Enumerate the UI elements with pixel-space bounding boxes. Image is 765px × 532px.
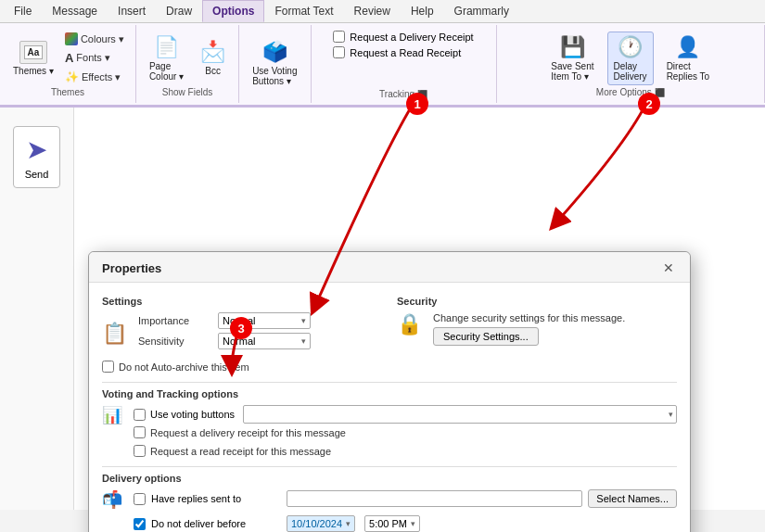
dialog-titlebar: Properties ✕ (89, 252, 690, 283)
security-icon: 🔒 (397, 312, 422, 336)
voting-section-label: Voting and Tracking options (102, 388, 677, 399)
sensitivity-label: Sensitivity (138, 336, 210, 347)
delay-delivery-icon: 🕐 (618, 35, 643, 59)
direct-replies-button[interactable]: 👤 DirectReplies To (661, 32, 716, 84)
tab-insert[interactable]: Insert (108, 0, 156, 22)
select-names-button[interactable]: Select Names... (588, 489, 677, 508)
dialog-close-button[interactable]: ✕ (658, 260, 679, 276)
do-not-deliver-label: Do not deliver before (151, 518, 281, 529)
dialog-body: Settings 📋 Importance Normal ▾ (89, 283, 690, 532)
effects-button[interactable]: ✨ Effects ▾ (61, 69, 128, 85)
page-colour-icon: 📄 (154, 35, 179, 59)
time-chevron: ▾ (411, 519, 415, 528)
direct-replies-label: DirectReplies To (667, 61, 710, 82)
tracking-label: Tracking ⬛ (379, 89, 427, 101)
show-fields-label: Show Fields (162, 87, 212, 99)
delivery-receipt-item: Request a Delivery Receipt (333, 31, 473, 43)
voting-input[interactable]: ▾ (243, 405, 677, 424)
do-not-deliver-date-select[interactable]: 10/10/2024 ▾ (287, 515, 355, 532)
do-not-deliver-date: 10/10/2024 (291, 518, 342, 529)
importance-select[interactable]: Normal ▾ (218, 312, 311, 329)
do-not-archive-checkbox[interactable] (102, 361, 114, 373)
read-receipt-label: Request a Read Receipt (350, 47, 461, 58)
colours-icon (65, 32, 78, 45)
more-options-label: More Options ⬛ (596, 87, 665, 99)
tab-options[interactable]: Options (202, 0, 264, 22)
tab-message[interactable]: Message (42, 0, 108, 22)
settings-label: Settings (102, 296, 382, 307)
sensitivity-value: Normal (223, 336, 255, 347)
themes-button[interactable]: Aa Themes ▾ (7, 38, 59, 79)
do-not-deliver-row: Do not deliver before 10/10/2024 ▾ 5:00 … (134, 515, 677, 532)
delay-delivery-label: DelayDelivery (614, 61, 647, 82)
bcc-icon: 📩 (200, 40, 225, 64)
have-replies-row: Have replies sent to Select Names... (134, 489, 677, 508)
security-settings-button[interactable]: Security Settings... (433, 327, 539, 346)
direct-replies-icon: 👤 (675, 35, 700, 59)
dialog-title: Properties (102, 261, 161, 275)
request-delivery-row: Request a delivery receipt for this mess… (134, 426, 677, 438)
use-voting-button[interactable]: 🗳️ Use VotingButtons ▾ (247, 37, 302, 89)
fonts-icon: A (65, 51, 73, 65)
themes-button-label: Themes ▾ (13, 66, 54, 76)
page-colour-button[interactable]: 📄 PageColour ▾ (144, 32, 189, 84)
security-text: Change security settings for this messag… (433, 312, 625, 323)
colours-label: Colours ▾ (81, 33, 124, 45)
do-not-deliver-time: 5:00 PM (369, 518, 407, 529)
tab-review[interactable]: Review (344, 0, 401, 22)
security-column: Security 🔒 Change security settings for … (397, 292, 677, 376)
importance-value: Normal (223, 315, 255, 326)
request-delivery-label: Request a delivery receipt for this mess… (150, 427, 346, 438)
page-colour-label: PageColour ▾ (149, 61, 184, 82)
settings-column: Settings 📋 Importance Normal ▾ (102, 292, 382, 376)
use-voting-checkbox[interactable] (134, 409, 146, 421)
dialog-overlay: Properties ✕ Settings 📋 Importance (0, 108, 765, 510)
importance-label: Importance (138, 315, 210, 326)
tab-help[interactable]: Help (401, 0, 444, 22)
request-delivery-checkbox[interactable] (134, 426, 146, 438)
delivery-receipt-label: Request a Delivery Receipt (350, 32, 473, 43)
ribbon-group-voting: 🗳️ Use VotingButtons ▾ (239, 25, 311, 103)
read-receipt-checkbox[interactable] (333, 46, 345, 58)
delivery-receipt-checkbox[interactable] (333, 31, 345, 43)
ribbon: File Message Insert Draw Options Format … (0, 0, 765, 108)
sensitivity-select[interactable]: Normal ▾ (218, 333, 311, 349)
do-not-archive-label: Do not Auto-archive this item (119, 361, 249, 373)
save-sent-button[interactable]: 💾 Save SentItem To ▾ (545, 32, 599, 84)
delay-delivery-button[interactable]: 🕐 DelayDelivery (607, 32, 654, 85)
voting-chevron: ▾ (669, 410, 676, 419)
have-replies-label: Have replies sent to (151, 493, 281, 504)
bcc-button[interactable]: 📩 Bcc (195, 37, 231, 79)
read-receipt-item: Request a Read Receipt (333, 46, 473, 58)
have-replies-checkbox[interactable] (134, 493, 146, 505)
properties-dialog: Properties ✕ Settings 📋 Importance (88, 251, 691, 532)
have-replies-input[interactable] (287, 490, 582, 507)
do-not-deliver-checkbox[interactable] (134, 518, 146, 530)
show-fields-content: 📄 PageColour ▾ 📩 Bcc (144, 29, 231, 87)
fonts-button[interactable]: A Fonts ▾ (61, 49, 128, 67)
colours-button[interactable]: Colours ▾ (61, 31, 128, 47)
dialog-top-row: Settings 📋 Importance Normal ▾ (102, 292, 677, 376)
ribbon-group-show-fields: 📄 PageColour ▾ 📩 Bcc Show Fields (136, 25, 239, 103)
use-voting-label: Use voting buttons (150, 409, 235, 420)
ribbon-content: Aa Themes ▾ Colours ▾ A Fonts ▾ ✨ (0, 23, 765, 107)
voting-label: Use VotingButtons ▾ (252, 66, 297, 86)
effects-label: Effects ▾ (82, 71, 121, 83)
security-section-label: Security (397, 296, 677, 307)
delivery-icon: 📬 (102, 489, 122, 510)
fonts-label: Fonts ▾ (76, 52, 110, 64)
do-not-deliver-time-select[interactable]: 5:00 PM ▾ (364, 515, 420, 532)
tab-draw[interactable]: Draw (156, 0, 202, 22)
themes-group-label: themes (51, 87, 84, 99)
tab-format-text[interactable]: Format Text (264, 0, 343, 22)
effects-icon: ✨ (65, 70, 79, 83)
ribbon-group-tracking: Request a Delivery Receipt Request a Rea… (312, 25, 497, 103)
tab-file[interactable]: File (4, 0, 42, 22)
ribbon-group-more-options: 💾 Save SentItem To ▾ 🕐 DelayDelivery 👤 D… (497, 25, 766, 103)
divider-2 (102, 466, 677, 467)
do-not-archive-row: Do not Auto-archive this item (102, 361, 382, 373)
tab-grammarly[interactable]: Grammarly (444, 0, 519, 22)
save-sent-label: Save SentItem To ▾ (551, 61, 593, 82)
body-area: ➤ Send Properties ✕ Settings 📋 (0, 108, 765, 510)
request-read-checkbox[interactable] (134, 445, 146, 457)
